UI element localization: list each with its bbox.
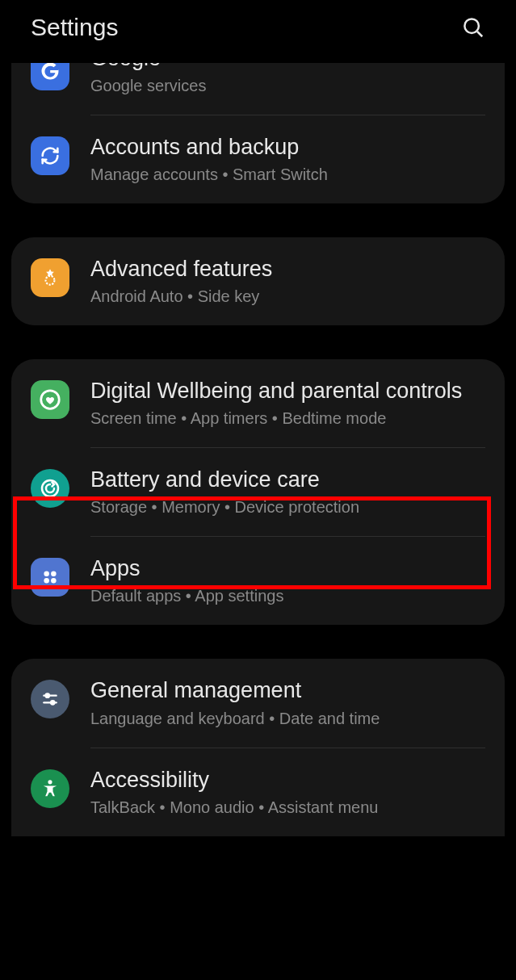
item-title: Battery and device care <box>90 466 485 494</box>
item-subtitle: Screen time • App timers • Bedtime mode <box>90 407 485 429</box>
item-title: Advanced features <box>90 255 485 283</box>
item-subtitle: Storage • Memory • Device protection <box>90 496 485 518</box>
sliders-icon <box>31 680 69 718</box>
care-circle-icon <box>31 469 69 508</box>
heart-circle-icon <box>31 380 69 419</box>
item-title: Accounts and backup <box>90 133 485 161</box>
app-header: Settings <box>0 0 516 55</box>
svg-point-2 <box>46 276 55 285</box>
item-title: Apps <box>90 555 485 583</box>
svg-point-4 <box>42 480 58 496</box>
svg-point-13 <box>48 780 52 784</box>
settings-item-digital-wellbeing[interactable]: Digital Wellbeing and parental controls … <box>11 359 505 447</box>
settings-item-apps[interactable]: Apps Default apps • App settings <box>11 537 505 625</box>
settings-group: Advanced features Android Auto • Side ke… <box>11 237 505 325</box>
item-subtitle: Android Auto • Side key <box>90 285 485 308</box>
settings-group: Google Google services Accounts and back… <box>11 63 505 203</box>
settings-item-advanced-features[interactable]: Advanced features Android Auto • Side ke… <box>11 237 505 325</box>
person-circle-icon <box>31 769 69 808</box>
item-subtitle: Default apps • App settings <box>90 584 485 607</box>
settings-item-general-management[interactable]: General management Language and keyboard… <box>11 659 505 747</box>
item-title: Accessibility <box>90 766 485 794</box>
four-dots-icon <box>31 558 69 597</box>
settings-item-battery-device-care[interactable]: Battery and device care Storage • Memory… <box>11 448 505 536</box>
search-icon <box>461 15 485 40</box>
svg-point-0 <box>464 19 479 33</box>
item-subtitle: TalkBack • Mono audio • Assistant menu <box>90 796 485 819</box>
item-title: Google <box>90 63 161 73</box>
star-gear-icon <box>31 258 69 297</box>
svg-point-7 <box>44 578 49 584</box>
svg-point-12 <box>51 701 54 705</box>
settings-item-accounts-backup[interactable]: Accounts and backup Manage accounts • Sm… <box>11 115 505 203</box>
svg-point-10 <box>46 694 49 697</box>
item-subtitle: Google services <box>90 74 485 97</box>
search-button[interactable] <box>459 14 487 41</box>
svg-line-1 <box>477 31 482 36</box>
item-title: General management <box>90 676 485 705</box>
settings-group: General management Language and keyboard… <box>11 659 505 836</box>
google-icon <box>31 63 69 90</box>
item-subtitle: Manage accounts • Smart Switch <box>90 163 485 186</box>
page-title: Settings <box>31 14 118 41</box>
settings-item-accessibility[interactable]: Accessibility TalkBack • Mono audio • As… <box>11 748 505 836</box>
svg-point-6 <box>51 572 57 577</box>
settings-list: Google Google services Accounts and back… <box>0 55 516 836</box>
svg-point-5 <box>44 572 49 577</box>
settings-item-google[interactable]: Google Google services <box>11 63 505 115</box>
item-title: Digital Wellbeing and parental controls <box>90 377 485 405</box>
settings-group: Digital Wellbeing and parental controls … <box>11 359 505 625</box>
item-subtitle: Language and keyboard • Date and time <box>90 707 485 730</box>
svg-point-8 <box>51 578 57 584</box>
sync-icon <box>31 136 69 175</box>
